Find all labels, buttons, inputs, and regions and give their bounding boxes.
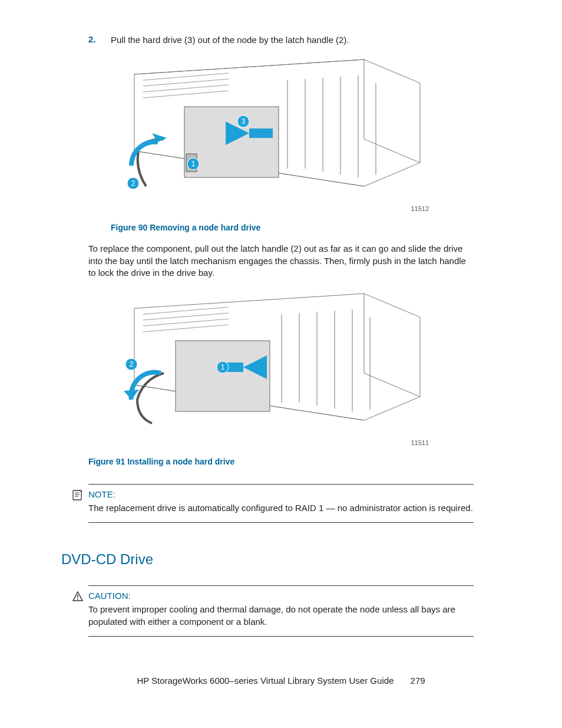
callout-1: 1 (221, 363, 225, 371)
step-row: 2. Pull the hard drive (3) out of the no… (88, 34, 474, 46)
callout-2: 2 (130, 360, 134, 368)
svg-line-7 (143, 79, 229, 86)
figure-91-id: 11511 (111, 439, 429, 446)
callout-2: 2 (131, 179, 135, 187)
callout-1: 1 (191, 160, 196, 168)
svg-line-25 (143, 313, 229, 320)
figure-91-caption: Figure 91 Installing a node hard drive (88, 457, 474, 466)
svg-line-8 (143, 85, 229, 92)
svg-rect-34 (73, 490, 81, 500)
svg-point-40 (77, 599, 78, 600)
figure-90-image: 1 2 3 (111, 51, 429, 204)
caution-title: CAUTION: (88, 591, 474, 601)
note-title: NOTE: (88, 489, 474, 499)
svg-rect-13 (249, 129, 273, 138)
step-text: Pull the hard drive (3) out of the node … (111, 34, 349, 46)
svg-rect-29 (176, 341, 270, 411)
note-body: The replacement drive is automatically c… (88, 502, 474, 514)
caution-icon (72, 591, 84, 602)
note-icon (72, 489, 84, 501)
callout-3: 3 (242, 117, 246, 126)
figure-91-image: 1 2 (111, 285, 429, 438)
figure-90-caption: Figure 90 Removing a node hard drive (111, 223, 474, 232)
page-footer: HP StorageWorks 6000–series Virtual Libr… (0, 676, 562, 686)
footer-page-number: 279 (411, 676, 425, 686)
section-heading-dvd-cd-drive: DVD-CD Drive (61, 551, 474, 568)
step-number: 2. (88, 34, 111, 46)
svg-line-9 (143, 91, 229, 98)
svg-line-26 (143, 319, 229, 326)
footer-title: HP StorageWorks 6000–series Virtual Libr… (137, 676, 394, 686)
figure-91: 1 2 11511 (111, 285, 474, 446)
svg-line-24 (143, 307, 229, 314)
svg-line-6 (143, 73, 229, 80)
replace-paragraph: To replace the component, pull out the l… (88, 243, 474, 279)
figure-90-id: 11512 (111, 205, 429, 212)
note-block: NOTE: The replacement drive is automatic… (88, 484, 474, 523)
svg-line-27 (143, 325, 229, 332)
caution-body: To prevent improper cooling and thermal … (88, 604, 474, 628)
page: 2. Pull the hard drive (3) out of the no… (0, 0, 562, 728)
caution-block: CAUTION: To prevent improper cooling and… (88, 585, 474, 637)
figure-90: 1 2 3 11512 (111, 51, 474, 212)
